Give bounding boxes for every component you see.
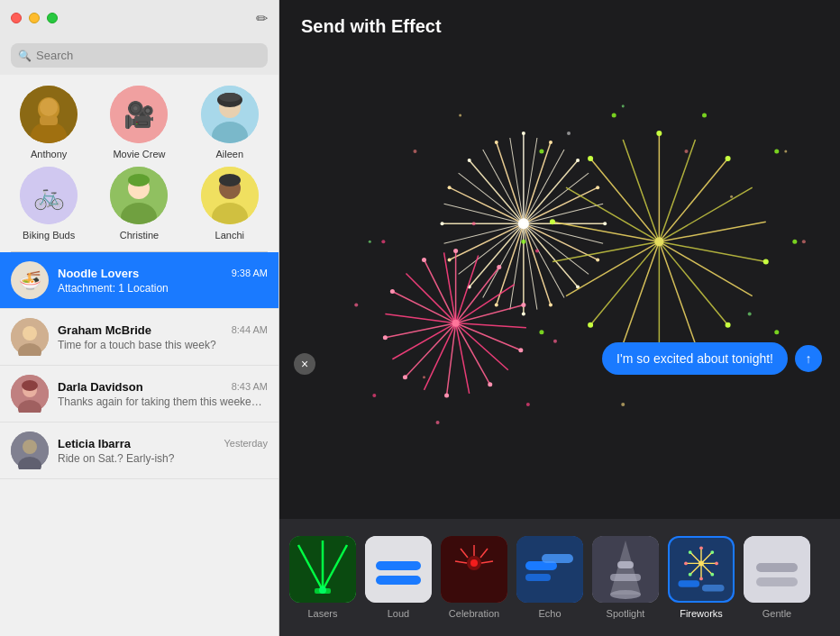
svg-line-59 <box>459 173 524 223</box>
svg-line-85 <box>456 285 515 323</box>
effect-echo-label: Echo <box>538 608 561 619</box>
svg-line-84 <box>456 267 499 323</box>
svg-point-73 <box>495 304 498 307</box>
svg-point-3 <box>40 98 58 116</box>
effect-thumb-echo <box>516 536 583 603</box>
message-bubble: I'm so excited about tonight! <box>602 342 788 375</box>
conv-leticia-info: Leticia Ibarra Yesterday Ride on Sat.? E… <box>58 437 268 465</box>
conv-header: Noodle Lovers 9:38 AM <box>58 267 268 280</box>
svg-point-106 <box>488 382 492 386</box>
minimize-button[interactable] <box>29 13 40 23</box>
svg-point-161 <box>622 104 625 107</box>
svg-point-66 <box>576 159 580 162</box>
svg-line-83 <box>456 255 479 323</box>
svg-point-21 <box>219 174 241 186</box>
search-input[interactable] <box>11 43 268 68</box>
svg-line-39 <box>524 204 603 223</box>
svg-point-75 <box>448 258 452 261</box>
svg-point-23 <box>23 326 37 341</box>
effect-gentle[interactable]: Gentle <box>741 536 813 619</box>
svg-point-193 <box>610 590 641 599</box>
svg-line-122 <box>659 140 695 241</box>
dismiss-effect-button[interactable]: × <box>294 353 315 375</box>
effect-celebration[interactable]: Celebration <box>438 536 510 619</box>
svg-line-90 <box>456 323 490 385</box>
contact-aileen[interactable]: Aileen <box>188 86 271 159</box>
conv-header: Graham McBride 8:44 AM <box>58 323 268 337</box>
svg-point-209 <box>699 577 703 581</box>
svg-point-208 <box>710 573 714 577</box>
svg-point-160 <box>567 132 571 135</box>
svg-point-181 <box>470 559 478 567</box>
main-title: Send with Effect <box>279 0 840 46</box>
contact-aileen-name: Aileen <box>216 149 244 159</box>
svg-line-55 <box>444 223 524 243</box>
svg-rect-217 <box>756 563 798 572</box>
maximize-button[interactable] <box>47 13 58 23</box>
svg-point-166 <box>621 403 625 406</box>
title-bar: ✏ <box>0 0 278 36</box>
svg-point-162 <box>684 150 688 153</box>
svg-point-175 <box>319 586 326 594</box>
avatar-biking-buds: 🚲 <box>20 167 78 224</box>
svg-line-38 <box>524 187 598 223</box>
effect-thumb-fireworks <box>668 536 735 603</box>
svg-text:🎥: 🎥 <box>123 100 155 130</box>
contact-christine-name: Christine <box>120 230 159 241</box>
svg-line-46 <box>524 223 551 304</box>
conv-leticia-ibarra[interactable]: Leticia Ibarra Yesterday Ride on Sat.? E… <box>0 422 278 479</box>
svg-line-41 <box>524 223 603 243</box>
svg-point-149 <box>792 240 797 244</box>
send-button[interactable]: ↑ <box>795 345 822 372</box>
svg-point-156 <box>612 113 616 117</box>
conversation-list: 🍜 Noodle Lovers 9:38 AM Attachment: 1 Lo… <box>0 252 278 636</box>
svg-rect-194 <box>617 561 634 568</box>
contact-lanchi[interactable]: Lanchi <box>188 167 271 241</box>
effect-loud-label: Loud <box>388 608 409 619</box>
effects-bar: Lasers Loud <box>279 519 840 636</box>
effect-echo[interactable]: Echo <box>514 536 586 619</box>
conv-graham-mcbride[interactable]: Graham McBride 8:44 AM Time for a touch … <box>0 309 278 366</box>
svg-point-147 <box>702 113 707 117</box>
svg-point-157 <box>654 237 663 246</box>
effect-fireworks[interactable]: Fireworks <box>665 536 737 619</box>
conv-leticia-preview: Ride on Sat.? Early-ish? <box>58 452 268 465</box>
avatar-graham-mcbride <box>11 318 49 356</box>
svg-point-112 <box>472 222 476 225</box>
svg-point-116 <box>436 421 440 424</box>
svg-point-207 <box>715 561 718 565</box>
svg-line-97 <box>385 314 455 323</box>
svg-point-68 <box>603 222 607 225</box>
svg-line-34 <box>524 142 551 223</box>
close-button[interactable] <box>11 13 22 23</box>
main-content: Send with Effect <box>279 0 840 636</box>
svg-point-213 <box>698 561 704 567</box>
conv-noodle-lovers[interactable]: 🍜 Noodle Lovers 9:38 AM Attachment: 1 Lo… <box>0 252 278 309</box>
compose-button[interactable]: ✏ <box>256 10 268 27</box>
svg-line-57 <box>444 204 524 223</box>
fireworks-svg <box>279 46 840 519</box>
contact-anthony[interactable]: Anthony <box>7 86 90 159</box>
effect-lasers[interactable]: Lasers <box>287 536 359 619</box>
effect-loud[interactable]: Loud <box>362 536 434 619</box>
svg-point-102 <box>453 249 458 253</box>
svg-point-120 <box>452 320 460 327</box>
contact-biking-buds[interactable]: 🚲 Biking Buds <box>7 167 90 241</box>
conv-darla-davidson[interactable]: Darla Davidson 8:43 AM Thanks again for … <box>0 366 278 422</box>
svg-line-132 <box>590 241 659 324</box>
conv-graham-info: Graham McBride 8:44 AM Time for a touch … <box>58 323 268 351</box>
avatar-leticia-ibarra <box>11 432 49 469</box>
effect-spotlight[interactable]: Spotlight <box>589 536 662 619</box>
effect-celebration-label: Celebration <box>449 608 499 619</box>
svg-point-113 <box>535 249 539 252</box>
svg-point-64 <box>522 132 525 135</box>
svg-point-139 <box>656 131 662 136</box>
svg-point-153 <box>539 330 543 334</box>
avatar-movie-crew: 🎥 <box>110 86 168 143</box>
svg-point-144 <box>588 323 593 328</box>
conv-graham-preview: Time for a touch base this week? <box>58 339 268 351</box>
svg-point-148 <box>774 150 779 154</box>
contact-christine[interactable]: Christine <box>97 167 180 241</box>
svg-point-67 <box>596 186 599 189</box>
contact-movie-crew[interactable]: 🎥 Movie Crew <box>97 86 180 159</box>
